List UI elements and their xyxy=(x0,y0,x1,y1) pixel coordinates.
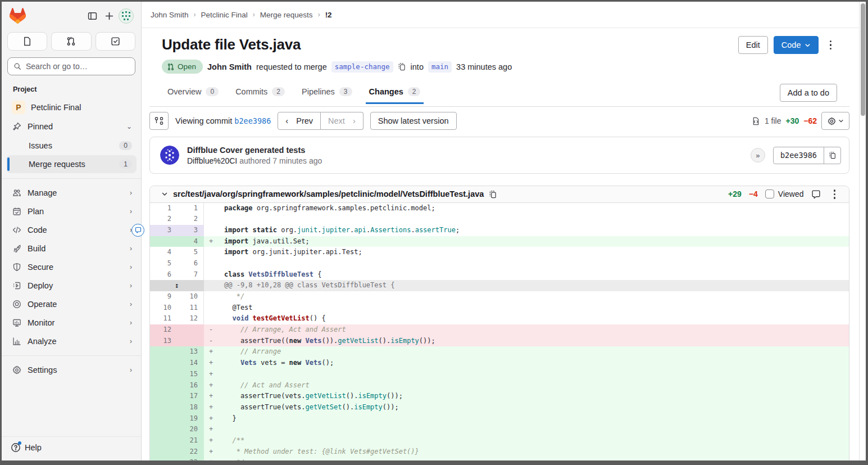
collapse-file-chevron[interactable] xyxy=(161,191,168,197)
viewed-checkbox[interactable] xyxy=(765,189,774,198)
old-line-number[interactable]: 11 xyxy=(150,313,177,324)
breadcrumb-item[interactable]: Merge requests xyxy=(260,11,313,19)
old-line-number[interactable] xyxy=(150,424,177,435)
expand-commit-details-button[interactable]: » xyxy=(751,148,765,162)
merge-requests-shortcut-button[interactable] xyxy=(51,32,91,51)
new-line-number[interactable]: 13 xyxy=(177,346,204,358)
old-line-number[interactable]: 4 xyxy=(150,247,177,258)
commit-author-name[interactable]: Diffblue%20CI xyxy=(187,156,237,165)
show-latest-version-button[interactable]: Show latest version xyxy=(370,112,457,130)
file-options-kebab[interactable] xyxy=(828,186,842,202)
sidebar-item-merge-requests[interactable]: Merge requests1 xyxy=(6,155,137,173)
new-line-number[interactable]: 23 xyxy=(177,457,204,465)
commit-title[interactable]: Diffblue Cover generated tests xyxy=(187,146,322,155)
old-line-number[interactable]: 6 xyxy=(150,269,177,281)
sidebar-item-build[interactable]: Build› xyxy=(6,240,137,258)
old-line-number[interactable] xyxy=(150,435,177,446)
copy-file-path-icon[interactable] xyxy=(489,190,497,198)
source-branch-badge[interactable]: sample-change xyxy=(331,61,393,73)
sidebar-item-secure[interactable]: Secure› xyxy=(6,258,137,276)
file-tree-toggle-button[interactable] xyxy=(149,112,169,130)
add-todo-button[interactable]: Add a to do xyxy=(780,84,837,102)
sidebar-item-monitor[interactable]: Monitor› xyxy=(6,314,137,332)
gitlab-logo[interactable] xyxy=(10,8,26,24)
issues-shortcut-button[interactable] xyxy=(7,32,47,51)
new-line-number[interactable]: 18 xyxy=(177,402,204,413)
more-actions-kebab[interactable] xyxy=(824,37,838,53)
new-line-number[interactable]: 12 xyxy=(177,313,204,324)
sidebar-pinned-item[interactable]: Pinned ⌄ xyxy=(6,118,137,136)
new-line-number[interactable] xyxy=(177,336,204,347)
next-commit-button[interactable]: Next › xyxy=(321,112,363,130)
edit-button[interactable]: Edit xyxy=(738,36,768,54)
old-line-number[interactable] xyxy=(150,236,177,247)
new-line-number[interactable]: 7 xyxy=(177,269,204,281)
sidebar-item-operate[interactable]: Operate› xyxy=(6,295,137,313)
target-branch-badge[interactable]: main xyxy=(428,61,452,73)
old-line-number[interactable] xyxy=(150,457,177,465)
breadcrumb-item[interactable]: Petclinic Final xyxy=(201,11,248,19)
old-line-number[interactable]: 2 xyxy=(150,214,177,225)
commit-sha-link[interactable]: b2ee3986 xyxy=(234,116,271,125)
new-line-number[interactable]: 5 xyxy=(177,247,204,258)
comment-icon[interactable] xyxy=(811,189,821,199)
new-line-number[interactable]: 6 xyxy=(177,258,204,269)
scrollbar-thumb[interactable] xyxy=(861,3,865,116)
new-line-number[interactable]: 14 xyxy=(177,358,204,369)
breadcrumb-item[interactable]: John Smith xyxy=(151,11,189,19)
old-line-number[interactable]: 5 xyxy=(150,258,177,269)
file-path[interactable]: src/test/java/org/springframework/sample… xyxy=(173,189,484,198)
new-line-number[interactable]: 21 xyxy=(177,435,204,446)
sidebar-item-analyze[interactable]: Analyze› xyxy=(6,332,137,350)
tab-commits[interactable]: Commits2 xyxy=(235,87,285,103)
old-line-number[interactable] xyxy=(150,380,177,391)
sidebar-item-plan[interactable]: Plan› xyxy=(6,202,137,220)
sidebar-project-item[interactable]: P Petclinic Final xyxy=(6,98,137,116)
copy-sha-button[interactable] xyxy=(824,147,840,164)
new-line-number[interactable]: 15 xyxy=(177,369,204,380)
user-avatar[interactable] xyxy=(117,7,134,24)
new-line-number[interactable]: 17 xyxy=(177,391,204,402)
new-line-number[interactable]: 3 xyxy=(177,225,204,236)
comment-indicator[interactable] xyxy=(131,224,144,237)
code-dropdown-button[interactable]: Code xyxy=(774,36,819,54)
search-input[interactable]: Search or go to… xyxy=(7,57,135,75)
old-line-number[interactable] xyxy=(150,402,177,413)
old-line-number[interactable]: 9 xyxy=(150,291,177,303)
new-line-number[interactable]: 11 xyxy=(177,303,204,314)
new-line-number[interactable]: 10 xyxy=(177,291,204,303)
new-line-number[interactable]: 4 xyxy=(177,236,204,247)
mr-author[interactable]: John Smith xyxy=(207,62,252,71)
tab-changes[interactable]: Changes2 xyxy=(369,87,421,103)
old-line-number[interactable] xyxy=(150,346,177,358)
sidebar-item-settings[interactable]: Settings › xyxy=(6,361,137,379)
sidebar-item-code[interactable]: Code› xyxy=(6,221,137,239)
old-line-number[interactable] xyxy=(150,446,177,458)
old-line-number[interactable]: 10 xyxy=(150,303,177,314)
old-line-number[interactable] xyxy=(150,413,177,425)
todo-shortcut-button[interactable] xyxy=(96,32,135,51)
old-line-number[interactable] xyxy=(150,369,177,380)
new-line-number[interactable]: 20 xyxy=(177,424,204,435)
diff-settings-button[interactable] xyxy=(821,112,849,130)
help-button[interactable]: Help xyxy=(2,436,141,461)
new-line-number[interactable] xyxy=(177,324,204,336)
old-line-number[interactable]: 1 xyxy=(150,203,177,214)
old-line-number[interactable] xyxy=(150,391,177,402)
tab-pipelines[interactable]: Pipelines3 xyxy=(302,87,352,103)
sidebar-item-issues[interactable]: Issues0 xyxy=(6,137,137,155)
old-line-number[interactable] xyxy=(150,358,177,369)
plus-icon[interactable] xyxy=(101,7,117,24)
new-line-number[interactable]: 16 xyxy=(177,380,204,391)
old-line-number[interactable]: 12 xyxy=(150,324,177,336)
sidebar-collapse-icon[interactable] xyxy=(84,7,101,24)
old-line-number[interactable]: 3 xyxy=(150,225,177,236)
old-line-number[interactable]: 13 xyxy=(150,336,177,347)
expand-lines-button[interactable]: ↕ xyxy=(150,280,204,291)
copy-branch-icon[interactable] xyxy=(398,62,406,71)
tab-overview[interactable]: Overview0 xyxy=(167,87,219,103)
new-line-number[interactable]: 19 xyxy=(177,413,204,425)
new-line-number[interactable]: 22 xyxy=(177,446,204,458)
sidebar-item-deploy[interactable]: Deploy› xyxy=(6,277,137,295)
new-line-number[interactable]: 2 xyxy=(177,214,204,225)
